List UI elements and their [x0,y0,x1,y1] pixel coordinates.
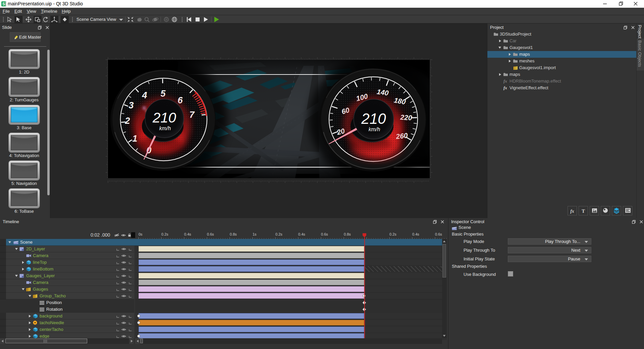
svg-text:5: 5 [160,89,166,99]
svg-text:0.4s: 0.4s [412,232,419,236]
svg-text:1s: 1s [253,232,257,236]
svg-text:T: T [582,208,585,214]
svg-text:0.8s: 0.8s [230,232,237,236]
svg-text:0.2s: 0.2s [161,232,168,236]
svg-text:0.6s: 0.6s [435,232,442,236]
svg-text:7: 7 [189,110,195,120]
svg-text:km/h: km/h [159,126,171,131]
svg-text:0.2s: 0.2s [389,232,396,236]
svg-text:S: S [2,2,5,6]
svg-text:0.8s: 0.8s [344,232,351,236]
svg-text:2: 2 [124,116,130,126]
svg-text:210: 210 [361,110,386,127]
svg-text:0.6s: 0.6s [207,232,214,236]
svg-text:0s: 0s [139,232,143,236]
svg-text:3: 3 [128,100,133,110]
svg-text:4: 4 [142,90,147,100]
svg-text:220: 220 [400,113,413,122]
svg-text:210: 210 [152,110,176,126]
svg-text:0.6s: 0.6s [321,232,328,236]
svg-text:0.4s: 0.4s [298,232,305,236]
svg-text:0.2s: 0.2s [275,232,282,236]
svg-text:fx: fx [570,209,574,214]
svg-text:0.4s: 0.4s [184,232,191,236]
svg-text:140: 140 [376,88,389,97]
svg-text:km/h: km/h [369,127,380,132]
